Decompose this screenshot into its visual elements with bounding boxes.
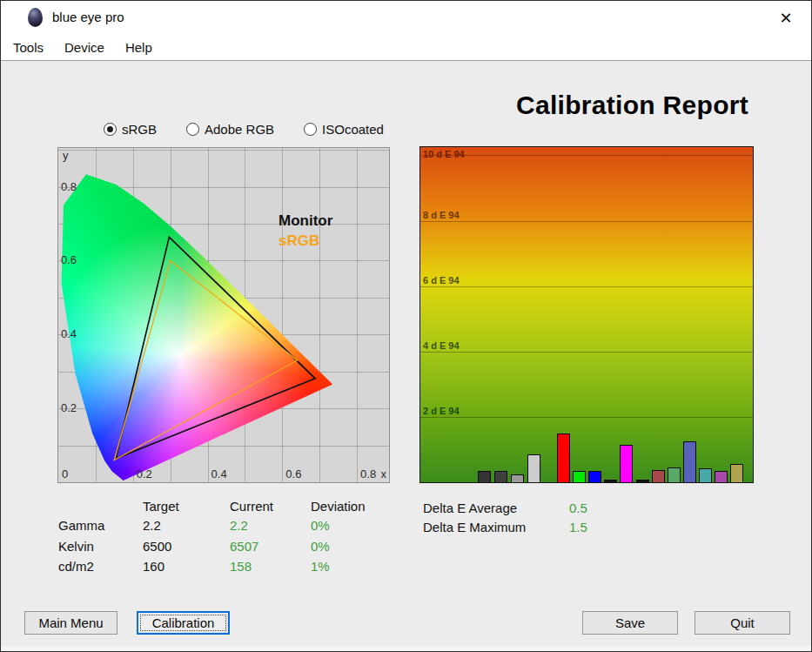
cell-deviation: 1% [311,559,330,574]
delta-bar [699,468,712,482]
cell-target: 160 [143,559,164,574]
page-title: Calibration Report [516,91,748,120]
delta-scale-line [420,352,753,353]
cell-deviation: 0% [311,518,330,533]
close-button[interactable]: ✕ [769,7,802,30]
gamut-option-srgb[interactable]: sRGB [104,122,157,137]
delta-scale-line [420,286,753,287]
cell-current: 2.2 [230,518,248,533]
radio-label: Adobe RGB [205,122,274,137]
radio-label: sRGB [122,122,157,137]
x-tick-label: 0.8 [360,467,376,481]
app-icon [28,8,43,27]
cell-current: 158 [230,559,252,574]
delta-e-chart: 10 d E 948 d E 946 d E 944 d E 942 d E 9… [419,146,754,483]
cell-current: 6507 [230,539,258,554]
cell-target: 6500 [143,539,171,554]
save-button[interactable]: Save [582,611,678,635]
x-tick-label: 0.4 [211,467,227,481]
gamut-option-isocoated[interactable]: ISOcoated [304,122,384,137]
content-panel: sRGBAdobe RGBISOcoated Calibration Repor… [1,60,812,646]
window-title: blue eye pro [52,10,124,24]
titlebar: blue eye pro ✕ [1,1,811,34]
quit-button[interactable]: Quit [695,611,790,635]
results-table: TargetCurrentDeviationGamma2.22.20%Kelvi… [58,499,389,581]
delta-scale-label: 6 d E 94 [423,275,460,286]
triangle-srgb [114,260,297,460]
row-label: Gamma [58,518,104,533]
menubar: Tools Device Help [1,34,811,60]
y-tick-label: 0.6 [61,253,77,266]
delta-bar [557,434,570,482]
delta-bar [588,471,601,483]
cell-deviation: 0% [311,539,330,554]
y-tick-label: 0.4 [61,327,77,340]
delta-bar [573,471,586,482]
menu-item-device[interactable]: Device [63,38,106,57]
delta-bar [668,467,681,482]
table-header-deviation: Deviation [311,499,366,514]
delta-bar [683,441,696,482]
delta-bar [620,445,633,482]
delta-e-average-value: 0.5 [569,501,587,515]
delta-e-average-label: Delta E Average [423,501,517,515]
delta-bar [494,471,507,482]
delta-bar [715,471,728,483]
delta-scale-label: 2 d E 94 [423,406,460,416]
x-tick-label: 0.2 [137,467,152,481]
row-label: Kelvin [58,539,94,554]
x-axis-label: x [381,467,387,481]
delta-scale-label: 8 d E 94 [423,210,460,220]
delta-scale-label: 10 d E 94 [423,149,465,159]
table-header-target: Target [143,499,179,514]
delta-bar [652,470,665,482]
cell-target: 2.2 [143,518,161,533]
delta-bar [511,474,524,482]
radio-icon [186,123,199,136]
gamut-triangles [58,148,389,482]
legend-monitor: Monitor [278,211,332,231]
y-tick-label: 0.2 [61,401,77,414]
menu-item-tools[interactable]: Tools [11,38,45,57]
cie-legend: MonitorsRGB [278,211,332,251]
delta-bar [604,480,617,482]
y-tick-label: 0.8 [61,180,77,193]
radio-label: ISOcoated [322,122,384,137]
app-window: blue eye pro ✕ Tools Device Help sRGBAdo… [0,0,812,652]
y-axis-label: y [63,149,69,162]
row-label: cd/m2 [58,559,94,574]
x-tick-label: 0.6 [285,467,301,481]
delta-bar [527,454,540,482]
delta-e-maximum-label: Delta E Maximum [423,520,526,534]
calibration-button[interactable]: Calibration [137,611,230,635]
delta-bar [730,464,743,482]
delta-scale-label: 4 d E 94 [423,340,460,351]
delta-e-maximum-value: 1.5 [569,520,587,534]
legend-srgb: sRGB [278,231,332,251]
menu-item-help[interactable]: Help [124,38,154,57]
delta-bar [636,480,649,482]
delta-scale-line [420,155,753,156]
table-header-current: Current [230,499,273,514]
radio-icon [104,123,117,136]
radio-icon [304,123,317,136]
delta-scale-line [420,221,753,222]
cie-plot: 0.20.40.60.800.20.40.60.8yxMonitorsRGB [57,147,390,483]
main-menu-button[interactable]: Main Menu [24,611,117,635]
gamut-selector: sRGBAdobe RGBISOcoated [104,122,384,137]
x-tick-label: 0 [62,467,68,481]
gamut-option-adobe-rgb[interactable]: Adobe RGB [186,122,274,137]
delta-scale-line [420,417,753,418]
delta-bar [478,471,491,482]
